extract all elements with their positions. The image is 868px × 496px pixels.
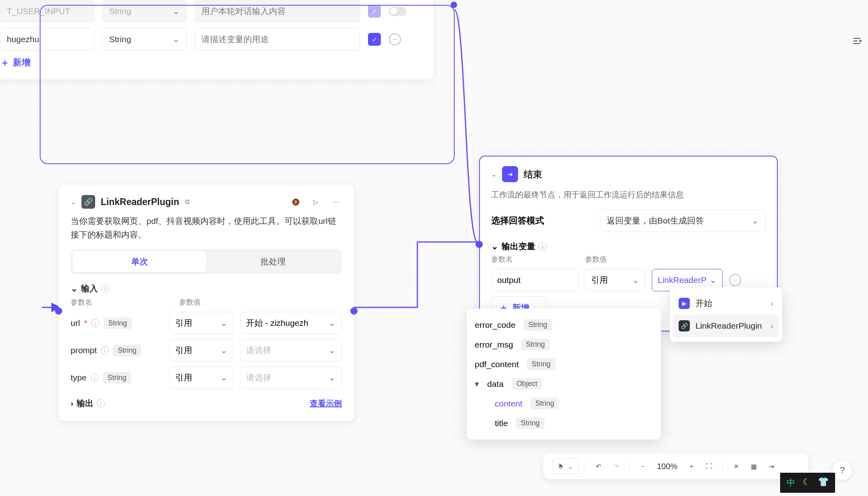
type-badge: String (516, 417, 545, 429)
bell-off-icon[interactable]: 🔕 (290, 196, 302, 208)
section-title: 输入 (81, 283, 98, 294)
separator (629, 460, 630, 472)
mode-select[interactable]: 引用 ⌄ (169, 312, 234, 334)
port-out[interactable] (451, 2, 458, 9)
start-node-icon: ▶ (679, 298, 690, 309)
separator (722, 460, 723, 472)
port-in[interactable] (476, 241, 483, 248)
param-row-prompt: prompt i String 引用 ⌄ 请选择 ⌄ (71, 339, 342, 362)
param-name-label: prompt (71, 346, 97, 355)
grid-layout-button[interactable]: ▦ (747, 459, 760, 473)
field-item-expandable[interactable]: ▾ data Object (475, 374, 653, 394)
required-star: * (84, 318, 87, 328)
field-item[interactable]: error_code String (475, 315, 653, 335)
zoom-in-button[interactable]: ＋ (685, 459, 698, 473)
view-example-link[interactable]: 查看示例 (310, 398, 342, 409)
field-item[interactable]: pdf_content String (475, 354, 653, 374)
select-value: 引用 (175, 317, 192, 329)
section-title: 输出 (77, 398, 94, 409)
select-value: 引用 (591, 274, 608, 286)
type-badge: String (531, 398, 559, 409)
value-select[interactable]: 请选择 ⌄ (240, 366, 342, 389)
param-row-type: type i String 引用 ⌄ 请选择 ⌄ (71, 366, 342, 389)
chevron-down-icon: ⌄ (220, 346, 228, 355)
info-icon[interactable]: i (91, 374, 99, 382)
copy-icon[interactable]: ⧉ (185, 198, 189, 205)
output-vars-header[interactable]: ⌄ 输出变量 i (491, 241, 766, 252)
select-placeholder: 请选择 (246, 345, 271, 356)
output-name-input[interactable] (491, 269, 579, 291)
dropdown-item-start[interactable]: ▶ 开始 › (673, 292, 779, 315)
more-icon[interactable]: ⋯ (330, 196, 342, 208)
node-picker-dropdown: ▶ 开始 › 🔗 LinkReaderPlugin › (670, 287, 782, 342)
chevron-down-icon: ⌄ (491, 242, 498, 251)
ime-lang-icon[interactable]: 中 (787, 477, 795, 489)
output-fields-dropdown: error_code String error_msg String pdf_c… (467, 309, 661, 439)
mode-select[interactable]: 引用 ⌄ (169, 366, 234, 389)
mode-tabs: 单次 批处理 (71, 249, 342, 274)
ime-moon-icon[interactable]: ☾ (803, 477, 811, 489)
align-button[interactable]: ⇥ (764, 459, 778, 473)
field-item[interactable]: error_msg String (475, 335, 653, 354)
info-icon[interactable]: i (91, 319, 100, 327)
chevron-down-icon[interactable]: ⌄ (71, 198, 76, 206)
redo-button[interactable]: ↷ (609, 459, 623, 473)
ref-mode-select[interactable]: 引用 ⌄ (585, 269, 645, 291)
chevron-down-icon: ⌄ (329, 318, 336, 328)
chevron-down-icon: ⌄ (568, 463, 573, 470)
col-name: 参数名 (71, 297, 163, 307)
output-section-header[interactable]: › 输出 i (71, 398, 105, 409)
remove-row-button[interactable]: － (729, 274, 741, 286)
value-select[interactable]: 请选择 ⌄ (240, 339, 342, 362)
info-icon[interactable]: i (101, 285, 109, 293)
sidebar-toggle-button[interactable] (848, 32, 866, 50)
chevron-down-icon: ⌄ (752, 216, 759, 226)
play-icon[interactable]: ▷ (310, 196, 322, 208)
select-value: LinkReaderP (658, 275, 706, 285)
close-minimap-button[interactable]: ✕ (729, 459, 743, 473)
field-name: pdf_content (475, 360, 519, 369)
col-value: 参数值 (585, 254, 649, 264)
tab-single[interactable]: 单次 (73, 251, 206, 272)
chevron-right-icon: › (770, 321, 773, 331)
node-header: ⌄ 🔗 LinkReaderPlugin ⧉ 🔕 ▷ ⋯ (71, 195, 342, 209)
select-placeholder: 请选择 (246, 372, 271, 383)
field-name: data (487, 379, 504, 389)
type-badge: String (527, 358, 555, 370)
info-icon[interactable]: i (101, 346, 109, 354)
node-title: 结束 (524, 168, 542, 181)
undo-button[interactable]: ↶ (592, 459, 605, 473)
info-icon[interactable]: i (97, 399, 105, 407)
answer-mode-select[interactable]: 返回变量，由Bot生成回答 ⌄ (600, 209, 766, 232)
field-item[interactable]: title String (475, 413, 653, 433)
type-badge: String (524, 319, 552, 331)
columns-header: 参数名 参数值 (491, 254, 766, 264)
type-badge: String (113, 345, 141, 356)
input-section-header[interactable]: ⌄ 输入 i (71, 283, 342, 294)
select-value: 引用 (175, 372, 192, 383)
dropdown-item-label: 开始 (695, 298, 712, 309)
zoom-out-button[interactable]: － (636, 459, 650, 473)
node-title: LinkReaderPlugin (101, 197, 179, 207)
col-name: 参数名 (491, 254, 585, 264)
info-icon[interactable]: i (539, 242, 547, 250)
field-item-selected[interactable]: content String (475, 394, 653, 413)
type-badge: String (103, 372, 131, 384)
port-out[interactable] (350, 307, 358, 315)
dropdown-item-linkreader[interactable]: 🔗 LinkReaderPlugin › (673, 315, 779, 337)
plus-icon: ＋ (0, 56, 10, 69)
ime-toolbar: 中 ☾ 👕 (780, 473, 835, 493)
type-badge: String (521, 339, 550, 350)
mode-select[interactable]: 引用 ⌄ (169, 339, 234, 362)
fit-view-button[interactable]: ⛶ (702, 459, 716, 473)
link-reader-node[interactable]: ⌄ 🔗 LinkReaderPlugin ⧉ 🔕 ▷ ⋯ 当你需要获取网页、pd… (59, 185, 354, 421)
ime-shirt-icon[interactable]: 👕 (818, 477, 829, 489)
node-description: 当你需要获取网页、pdf、抖音视频内容时，使用此工具。可以获取url链接下的标题… (71, 214, 342, 241)
chevron-down-icon[interactable]: ⌄ (491, 171, 496, 178)
chevron-down-icon: ⌄ (71, 284, 78, 293)
tab-batch[interactable]: 批处理 (206, 251, 340, 272)
port-in[interactable] (55, 307, 62, 315)
cursor-mode-chip[interactable]: 🖱 0 ⌄ (552, 458, 578, 474)
value-select[interactable]: 开始 - zizhugezh ⌄ (240, 312, 342, 334)
help-button[interactable]: ? (833, 461, 852, 480)
